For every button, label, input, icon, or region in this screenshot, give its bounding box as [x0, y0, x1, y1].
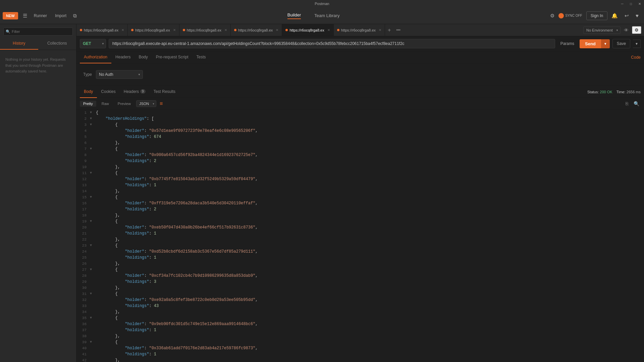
line-toggle[interactable]: ▼	[90, 267, 95, 273]
format-select[interactable]: JSON XML HTML Text	[136, 100, 156, 107]
res-tab-headers[interactable]: Headers 9	[120, 86, 150, 98]
code-link[interactable]: Code	[631, 55, 641, 60]
line-toggle[interactable]: ▼	[90, 339, 95, 345]
team-library-nav-item[interactable]: Team Library	[311, 11, 343, 20]
pretty-view-button[interactable]: Pretty	[80, 101, 96, 107]
line-number: 41	[76, 351, 90, 357]
json-brace: },	[115, 189, 120, 194]
copy-response-button[interactable]: ⎘	[624, 100, 630, 107]
line-toggle	[90, 357, 95, 362]
json-key: "holdings"	[125, 183, 149, 188]
env-eye-button[interactable]: 👁	[623, 27, 630, 34]
json-brace: },	[115, 141, 120, 145]
json-line-42: 42 },	[76, 357, 644, 362]
tab-body[interactable]: Body	[135, 51, 152, 63]
runner-button[interactable]: Runner	[30, 11, 51, 21]
save-button[interactable]: Save	[612, 39, 630, 48]
search-icon: 🔍	[6, 30, 10, 34]
request-tab-1[interactable]: https://r6ocq8rga8.ex ✕	[76, 24, 128, 36]
json-number-value: 3	[154, 279, 156, 284]
request-tab-2[interactable]: https://r6ocq8rga8.ex ✕	[128, 24, 179, 36]
auth-type-label: Type	[83, 72, 92, 77]
line-toggle[interactable]: ▼	[90, 291, 95, 297]
tab-authorization[interactable]: Authorization	[80, 51, 111, 63]
res-tab-test-results[interactable]: Test Results	[150, 86, 179, 98]
line-toggle[interactable]: ▼	[90, 243, 95, 249]
line-content: "holdings": 1	[95, 255, 644, 261]
favorites-button[interactable]: ♥	[633, 11, 641, 20]
json-line-21: 21 "holdings": 1	[76, 230, 644, 237]
line-toggle[interactable]: ▼	[90, 315, 95, 321]
tab-tests[interactable]: Tests	[192, 51, 210, 63]
json-key: "holder"	[125, 249, 144, 254]
import-button[interactable]: Import	[51, 11, 70, 21]
res-tab-body[interactable]: Body	[80, 86, 97, 98]
line-content: "holdings": 674	[95, 134, 644, 140]
json-response-body[interactable]: 1▼{2▼ "holdersHoldings": [3▼ {4 "holder"…	[76, 110, 644, 362]
json-line-10: 10 },	[76, 164, 644, 170]
tab-headers[interactable]: Headers	[111, 51, 135, 63]
tab-close-2[interactable]: ✕	[173, 28, 176, 32]
tab-pre-request[interactable]: Pre-request Script	[152, 51, 193, 63]
close-button[interactable]: ✕	[635, 0, 644, 7]
environment-select[interactable]: No Environment	[583, 27, 621, 34]
env-settings-button[interactable]: ⚙	[632, 26, 641, 34]
line-toggle[interactable]: ▼	[90, 116, 95, 122]
filter-button[interactable]: ≡	[158, 100, 164, 107]
json-key: "holdings"	[125, 279, 149, 284]
json-string-value: "0xcf34a7fc102cb4c7b9d10986299635d8a853d…	[149, 273, 255, 278]
url-input[interactable]	[109, 39, 555, 48]
request-tab-3[interactable]: https://r6ocq8rga8.ex ✕	[179, 24, 231, 36]
sidebar-tab-collections[interactable]: Collections	[38, 38, 76, 50]
line-content: {	[95, 146, 644, 152]
method-select[interactable]: GET POST PUT PATCH DELETE	[80, 39, 106, 48]
json-line-4: 4 "holder": "0x57d1eae9f0972723f0e78eaf4…	[76, 128, 644, 134]
line-toggle	[90, 128, 95, 134]
response-body-actions: ⎘ 🔍	[624, 100, 641, 107]
response-area: Body Cookies Headers 9 Test Results Stat…	[76, 86, 644, 362]
preview-view-button[interactable]: Preview	[114, 101, 134, 107]
tab-close-5[interactable]: ✕	[327, 28, 330, 32]
tab-close-4[interactable]: ✕	[276, 28, 278, 32]
tab-close-6[interactable]: ✕	[379, 28, 381, 32]
line-number: 38	[76, 333, 90, 339]
send-button[interactable]: Send	[580, 39, 601, 48]
maximize-button[interactable]: □	[627, 0, 635, 7]
send-dropdown-button[interactable]: ▼	[601, 39, 610, 48]
line-toggle[interactable]: ▼	[90, 170, 95, 176]
tab-close-3[interactable]: ✕	[224, 28, 227, 32]
res-tab-cookies[interactable]: Cookies	[97, 86, 119, 98]
sidebar-toggle-button[interactable]: ☰	[20, 11, 30, 20]
request-tab-5[interactable]: https://r6ocq8rga8.ex ✕	[282, 24, 333, 36]
settings-button[interactable]: ⚙	[547, 11, 557, 20]
new-window-button[interactable]: ⧉	[70, 11, 79, 20]
save-dropdown-button[interactable]: ▼	[633, 40, 641, 48]
raw-view-button[interactable]: Raw	[98, 101, 112, 107]
add-tab-button[interactable]: +	[385, 27, 393, 33]
new-button[interactable]: NEW	[3, 12, 18, 19]
search-input[interactable]	[3, 28, 73, 36]
line-toggle	[90, 303, 95, 309]
search-response-button[interactable]: 🔍	[632, 100, 641, 107]
minimize-button[interactable]: ─	[618, 0, 627, 7]
line-content: "holdings": 1	[95, 230, 644, 237]
line-toggle[interactable]: ▼	[90, 194, 95, 200]
params-button[interactable]: Params	[558, 39, 577, 48]
sidebar-tab-history[interactable]: History	[0, 38, 38, 50]
line-toggle[interactable]: ▼	[90, 122, 95, 128]
json-string-value: "0x000a6457cd56f92ba4824344e1d1692376272…	[149, 153, 255, 157]
history-button[interactable]: ↩	[622, 11, 632, 20]
line-number: 10	[76, 164, 90, 170]
tab-close-1[interactable]: ✕	[121, 28, 124, 32]
sign-in-button[interactable]: Sign In	[586, 11, 607, 20]
builder-nav-item[interactable]: Builder	[284, 11, 304, 21]
line-toggle[interactable]: ▼	[90, 110, 95, 116]
json-line-39: 39▼ {	[76, 339, 644, 345]
more-tabs-button[interactable]: •••	[393, 28, 403, 33]
request-tab-6[interactable]: https://r6ocq8rga8.ex ✕	[334, 24, 385, 36]
line-toggle[interactable]: ▼	[90, 218, 95, 224]
notifications-button[interactable]: 🔔	[609, 11, 621, 20]
request-tab-4[interactable]: https://r6ocq8rga8.ex ✕	[231, 24, 282, 36]
auth-type-select[interactable]: No Auth Bearer Token Basic Auth OAuth 1.…	[96, 70, 143, 79]
line-toggle[interactable]: ▼	[90, 146, 95, 152]
